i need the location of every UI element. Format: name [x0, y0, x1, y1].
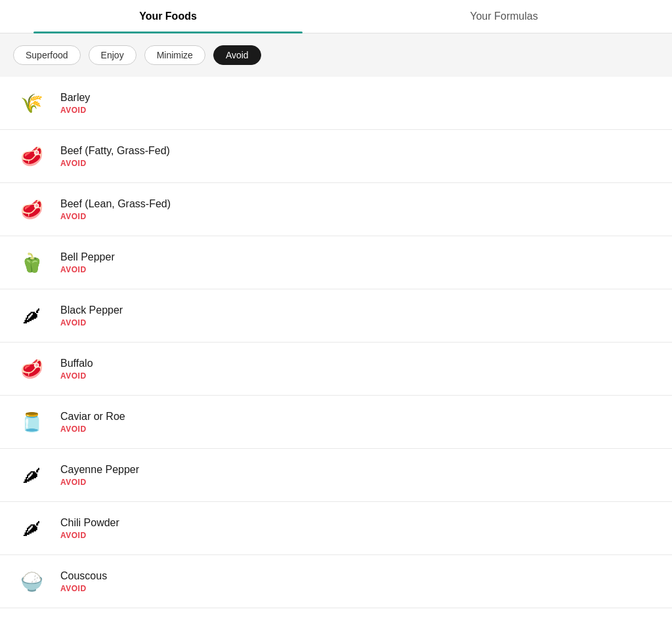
tab-your-formulas[interactable]: Your Formulas	[336, 0, 672, 33]
food-name: Beef (Fatty, Grass-Fed)	[60, 145, 170, 157]
food-item[interactable]: 🥩Beef (Lean, Grass-Fed)AVOID	[0, 183, 672, 236]
food-status: AVOID	[60, 159, 170, 168]
food-item[interactable]: 🌶Black PepperAVOID	[0, 289, 672, 343]
tabs-header: Your Foods Your Formulas	[0, 0, 672, 33]
food-image: 🫑	[13, 244, 50, 281]
food-item[interactable]: 🌾BarleyAVOID	[0, 77, 672, 130]
filter-enjoy[interactable]: Enjoy	[89, 45, 136, 65]
food-item[interactable]: 🌶Cayenne PepperAVOID	[0, 449, 672, 502]
food-name: Barley	[60, 92, 90, 104]
food-image: 🌾	[13, 85, 50, 121]
food-image: 🌶	[13, 297, 50, 334]
food-status: AVOID	[60, 531, 119, 540]
food-name: Buffalo	[60, 358, 93, 369]
food-item[interactable]: 🥩Beef (Fatty, Grass-Fed)AVOID	[0, 130, 672, 183]
food-name: Beef (Lean, Grass-Fed)	[60, 198, 171, 210]
food-name: Chili Powder	[60, 517, 119, 529]
filter-minimize[interactable]: Minimize	[144, 45, 205, 65]
food-name: Bell Pepper	[60, 251, 115, 263]
food-item[interactable]: 🥚Egg Whites (Chicken or Duck)AVOID	[0, 608, 672, 624]
filter-superfood[interactable]: Superfood	[13, 45, 81, 65]
food-item[interactable]: 🫑Bell PepperAVOID	[0, 236, 672, 289]
food-status: AVOID	[60, 265, 115, 274]
food-status: AVOID	[60, 425, 125, 434]
food-image: 🍚	[13, 563, 50, 600]
food-status: AVOID	[60, 371, 93, 381]
food-item[interactable]: 🍚CouscousAVOID	[0, 555, 672, 608]
food-name: Cayenne Pepper	[60, 464, 139, 476]
food-item[interactable]: 🫙Caviar or RoeAVOID	[0, 396, 672, 449]
food-image: 🥩	[13, 191, 50, 228]
food-name: Caviar or Roe	[60, 411, 125, 423]
filter-bar: Superfood Enjoy Minimize Avoid	[0, 33, 672, 77]
food-name: Couscous	[60, 570, 107, 582]
food-name: Black Pepper	[60, 304, 123, 316]
food-status: AVOID	[60, 212, 171, 221]
food-image: 🥩	[13, 350, 50, 387]
food-list: 🌾BarleyAVOID🥩Beef (Fatty, Grass-Fed)AVOI…	[0, 77, 672, 624]
filter-avoid[interactable]: Avoid	[213, 45, 261, 65]
food-image: 🌶	[13, 457, 50, 493]
tab-your-foods[interactable]: Your Foods	[0, 0, 336, 33]
food-item[interactable]: 🥩BuffaloAVOID	[0, 343, 672, 396]
food-image: 🌶	[13, 510, 50, 547]
food-status: AVOID	[60, 106, 90, 115]
food-image: 🫙	[13, 404, 50, 440]
food-image: 🥩	[13, 138, 50, 175]
food-item[interactable]: 🌶Chili PowderAVOID	[0, 502, 672, 555]
food-status: AVOID	[60, 478, 139, 487]
food-status: AVOID	[60, 584, 107, 593]
food-status: AVOID	[60, 318, 123, 327]
food-image: 🥚	[13, 616, 50, 624]
